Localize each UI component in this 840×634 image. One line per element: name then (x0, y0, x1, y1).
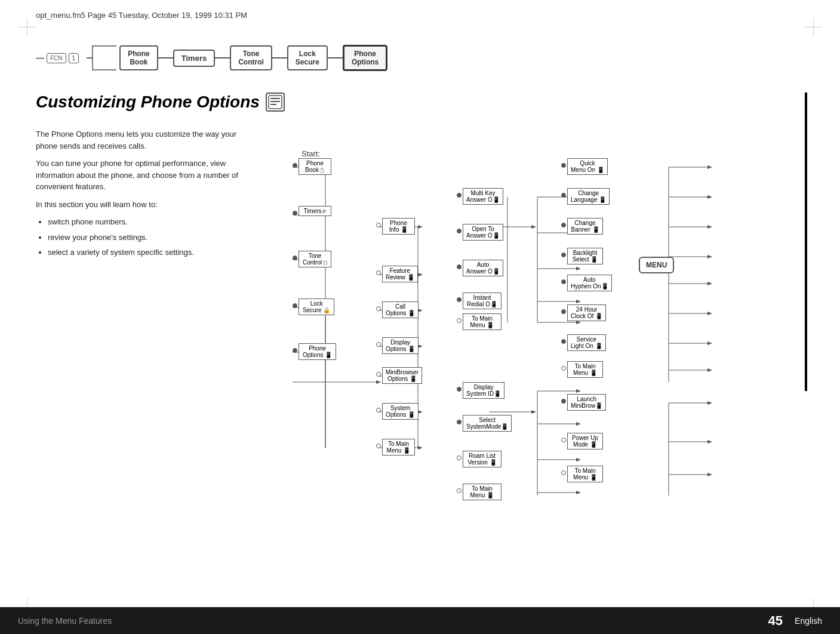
menu-feature-review: FeatureReview 📱 (382, 266, 418, 282)
nav-timers-label: Timers (181, 54, 207, 63)
dot-phoneinfo (376, 223, 381, 227)
svg-marker-67 (707, 401, 712, 405)
svg-marker-54 (707, 225, 712, 229)
svg-rect-3 (270, 104, 276, 105)
menu-change-banner: ChangeBanner 📱 (567, 218, 603, 235)
svg-rect-1 (270, 98, 280, 99)
menu-open-to-answer: Open ToAnswer O📱 (463, 224, 503, 241)
menu-phone-book: PhoneBook📋 (299, 158, 331, 175)
dot-systemoptions (376, 408, 381, 413)
nav-lock-secure[interactable]: LockSecure (287, 45, 328, 70)
svg-marker-38 (531, 410, 536, 414)
crosshair-tr (804, 18, 822, 36)
menu-system-options: SystemOptions 📱 (382, 403, 419, 420)
page-title: Customizing Phone Options (36, 93, 285, 112)
dot-phoneoptions (293, 348, 297, 353)
nav-line-2 (215, 57, 230, 59)
body-content: The Phone Options menu lets you customiz… (36, 128, 251, 262)
menu-multikey-answer: Multi KeyAnswer O📱 (463, 188, 503, 205)
menu-to-main-col3: To MainMenu 📱 (463, 313, 501, 330)
menu-to-main-col4: To MainMenu 📱 (567, 361, 603, 378)
svg-marker-7 (376, 380, 381, 384)
dot-locksecure (293, 303, 297, 308)
menu-timers: Timers⏱ (299, 206, 331, 216)
menu-button-label: MENU (646, 261, 667, 269)
svg-marker-47 (576, 491, 581, 494)
menu-minibrowser-options: MiniBrowserOptions 📱 (382, 367, 422, 384)
nav-bar: — FCN 1 PhoneBook Timers ToneControl Loc… (36, 43, 804, 73)
menu-display-options: DisplayOptions 📱 (382, 337, 419, 354)
body-para-2: You can tune your phone for optimal perf… (36, 158, 251, 193)
dot-calloptions (376, 306, 381, 311)
svg-marker-32 (576, 267, 581, 270)
menu-button[interactable]: MENU (639, 257, 674, 273)
dot-tomain-col2 (376, 444, 381, 448)
nav-phone-options[interactable]: PhoneOptions (343, 45, 387, 71)
footer-language: English (795, 616, 822, 626)
menu-change-language: ChangeLanguage 📱 (567, 188, 610, 205)
nav-phone-options-label: PhoneOptions (352, 50, 379, 66)
dot-tonecontrol (293, 256, 297, 260)
body-para-3: In this section you will learn how to: (36, 199, 251, 211)
menu-phone-info: PhoneInfo 📱 (382, 218, 415, 235)
svg-marker-62 (707, 341, 712, 345)
dot-changelang (561, 193, 566, 198)
menu-launch-minibrow: LaunchMiniBrow📱 (567, 394, 606, 411)
bullet-item-1: switch phone numbers. (48, 216, 251, 228)
dot-backlight (561, 253, 566, 257)
menu-service-light-on: ServiceLight On 📱 (567, 334, 606, 351)
dot-timers (293, 211, 297, 216)
dot-tomain-col3 (457, 318, 461, 323)
footer-page-number: 45 (768, 613, 783, 629)
nav-line-3 (272, 57, 287, 59)
dot-quickmenu (561, 163, 566, 168)
bullet-item-2: review your phone's settings. (48, 232, 251, 244)
svg-marker-56 (707, 255, 712, 258)
menu-diagram: PhoneBook📋 Timers⏱ ToneControl □ LockSec… (287, 155, 824, 585)
nav-timers[interactable]: Timers (173, 50, 215, 67)
dot-instantredial (457, 297, 461, 302)
menu-to-main-col4b: To MainMenu 📱 (567, 466, 603, 482)
dot-minibrowser (376, 372, 381, 377)
nav-tone-control[interactable]: ToneControl (230, 45, 272, 70)
nav-line-1 (158, 57, 173, 59)
fcn-icon: FCN (47, 53, 66, 63)
menu-roam-list-version: Roam ListVersion 📱 (463, 451, 501, 467)
crosshair-tl (18, 18, 36, 36)
dot-multikey (457, 193, 461, 198)
menu-phone-options: PhoneOptions 📱 (299, 343, 336, 360)
dot-powerupmode (561, 438, 566, 442)
svg-marker-45 (576, 458, 581, 461)
dot-launchminibrow (561, 399, 566, 404)
menu-call-options: CallOptions 📱 (382, 301, 419, 318)
dot-autoanswer (457, 264, 461, 269)
svg-marker-58 (707, 282, 712, 285)
svg-marker-50 (707, 165, 712, 169)
dot-changebanner (561, 223, 566, 227)
menu-auto-hyphen-on: AutoHyphen On📱 (567, 275, 612, 291)
svg-marker-12 (418, 273, 423, 276)
dot-opentoanswer (457, 229, 461, 233)
page-title-text: Customizing Phone Options (36, 93, 260, 112)
file-info-header: opt_menu.fm5 Page 45 Tuesday, October 19… (36, 11, 804, 20)
svg-rect-2 (270, 101, 280, 102)
svg-marker-43 (576, 422, 581, 426)
svg-marker-41 (576, 389, 581, 393)
svg-marker-64 (707, 368, 712, 372)
menu-select-systemmode: SelectSystemMode📱 (463, 415, 512, 432)
title-icon (266, 93, 285, 112)
dot-selectsysmode (457, 420, 461, 424)
svg-marker-60 (707, 312, 712, 315)
menu-auto-answer: AutoAnswer O📱 (463, 260, 503, 276)
nav-bracket (84, 43, 119, 73)
nav-lock-secure-label: LockSecure (296, 50, 319, 66)
nav-dash: — (36, 53, 44, 63)
bullet-item-3: select a variety of system specific sett… (48, 247, 251, 258)
dot-24hourclock (561, 309, 566, 314)
menu-24hour-clock: 24 HourClock Of 📱 (567, 304, 606, 321)
nav-phone-book[interactable]: PhoneBook (119, 45, 158, 70)
svg-marker-52 (707, 195, 712, 199)
menu-instant-redial: InstantRedial O📱 (463, 293, 501, 309)
dot-displayoptions (376, 342, 381, 347)
dot-roamlist (457, 456, 461, 460)
